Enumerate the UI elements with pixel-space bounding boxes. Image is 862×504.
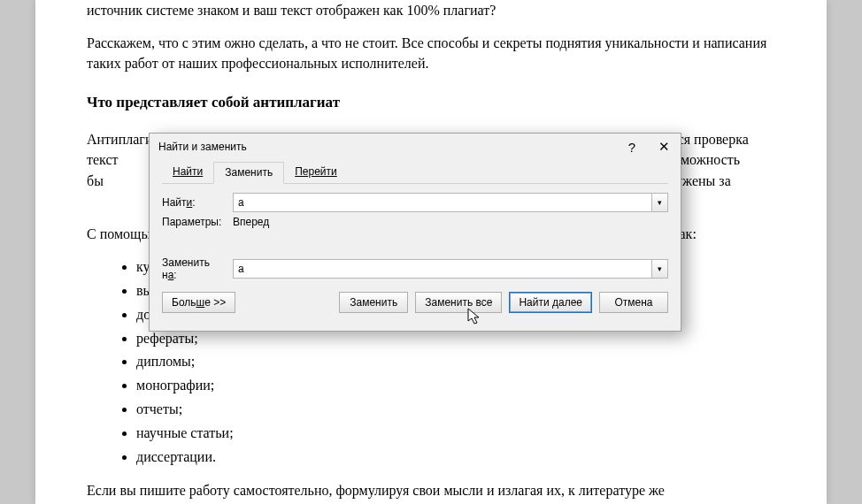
replace-input[interactable] (233, 259, 652, 279)
replace-row: Заменить на: ▾ (162, 256, 668, 281)
chevron-down-icon: ▾ (658, 198, 662, 207)
cancel-button[interactable]: Отмена (599, 292, 668, 313)
dialog-button-bar: Больше >> Заменить Заменить все Найти да… (162, 292, 668, 313)
paragraph: Если вы пишите работу самостоятельно, фо… (87, 480, 775, 500)
tab-replace[interactable]: Заменить (213, 162, 284, 184)
paragraph: Расскажем, что с этим ожно сделать, а чт… (87, 33, 775, 73)
dialog-tabs: Найти Заменить Перейти (162, 162, 668, 184)
find-row: Найти: ▾ (162, 193, 668, 212)
replace-button[interactable]: Заменить (339, 292, 408, 313)
replace-all-button[interactable]: Заменить все (415, 292, 502, 313)
list-item: монографии; (136, 375, 775, 397)
find-label: Найти: (162, 196, 226, 209)
dialog-title: Найти и заменить (158, 141, 247, 153)
list-item: научные статьи; (136, 423, 775, 445)
find-replace-dialog: Найти и заменить ? ✕ Найти Заменить Пере… (149, 133, 681, 332)
close-button[interactable]: ✕ (656, 139, 672, 155)
list-item: отчеты; (136, 399, 775, 421)
tab-find[interactable]: Найти (162, 162, 213, 183)
chevron-down-icon: ▾ (658, 264, 662, 273)
dialog-body: Найти Заменить Перейти Найти: ▾ Параметр… (150, 158, 681, 324)
replace-history-dropdown[interactable]: ▾ (652, 259, 668, 279)
list-item: дипломы; (136, 351, 775, 373)
list-item: диссертации. (136, 447, 775, 469)
params-row: Параметры: Вперед (162, 216, 668, 228)
dialog-titlebar[interactable]: Найти и заменить ? ✕ (150, 134, 681, 158)
replace-label: Заменить на: (162, 256, 226, 281)
tab-goto[interactable]: Перейти (284, 162, 348, 183)
params-label: Параметры: (162, 216, 226, 228)
heading: Что представляет собой антиплагиат (87, 92, 775, 114)
find-next-button[interactable]: Найти далее (509, 292, 592, 313)
more-button[interactable]: Больше >> (162, 292, 235, 313)
find-input[interactable] (233, 193, 652, 212)
params-value: Вперед (233, 216, 269, 228)
paragraph: источник системе знаком и ваш текст отоб… (87, 0, 775, 20)
find-history-dropdown[interactable]: ▾ (652, 193, 668, 212)
help-button[interactable]: ? (624, 140, 640, 155)
